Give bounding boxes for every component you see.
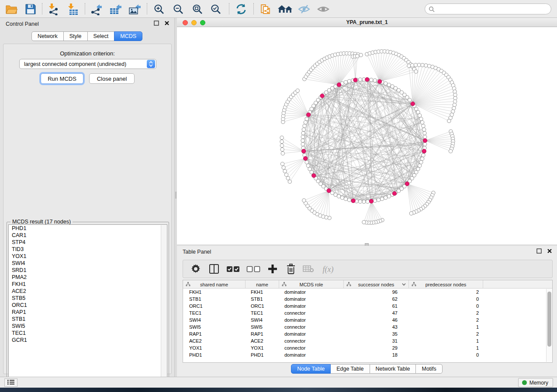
cell-predecessor-nodes[interactable]: 1	[409, 344, 483, 351]
cell-name[interactable]: SWI5	[246, 323, 279, 330]
list-item[interactable]: FKH1	[9, 281, 167, 288]
cell-mcds-role[interactable]: dominator	[279, 303, 344, 309]
tab-motifs[interactable]: Motifs	[415, 364, 442, 374]
deselect-all-button[interactable]	[245, 263, 262, 275]
delete-column-button[interactable]	[284, 263, 298, 275]
apply-layout-button[interactable]	[234, 3, 248, 16]
cell-shared-name[interactable]: TEC1	[183, 309, 246, 316]
cell-successor-nodes[interactable]: 29	[344, 344, 409, 351]
first-neighbors-button[interactable]	[277, 3, 294, 16]
table-row[interactable]: SWI5SWI5connector431	[183, 323, 552, 330]
create-column-button[interactable]	[266, 263, 279, 275]
hide-selected-button[interactable]	[297, 3, 311, 16]
cell-successor-nodes[interactable]: 47	[344, 309, 409, 316]
zoom-out-button[interactable]	[171, 3, 185, 16]
cell-name[interactable]: PHD1	[246, 351, 279, 358]
cell-successor-nodes[interactable]: 35	[344, 330, 409, 337]
import-table-button[interactable]	[66, 3, 80, 16]
tab-style[interactable]: Style	[63, 31, 88, 41]
list-item[interactable]: GCR1	[9, 337, 167, 344]
float-panel-icon[interactable]	[536, 248, 542, 254]
cell-name[interactable]: FKH1	[246, 289, 279, 296]
table-scrollbar[interactable]	[546, 289, 552, 362]
import-network-button[interactable]	[46, 3, 60, 16]
list-item[interactable]: PHD1	[9, 225, 167, 232]
cell-shared-name[interactable]: ACE2	[183, 337, 246, 344]
show-all-button[interactable]	[316, 3, 330, 16]
function-builder-button[interactable]: f(x)	[318, 263, 338, 275]
cell-mcds-role[interactable]: connector	[279, 323, 344, 330]
cell-name[interactable]: STB1	[246, 296, 279, 303]
cell-predecessor-nodes[interactable]: 2	[409, 309, 483, 316]
cell-successor-nodes[interactable]: 31	[344, 337, 409, 344]
cell-predecessor-nodes[interactable]: 0	[409, 296, 483, 303]
save-session-button[interactable]	[24, 3, 38, 16]
column-header-name[interactable]: name	[246, 280, 279, 289]
list-item[interactable]: YOX1	[9, 253, 167, 260]
table-row[interactable]: ACE2ACE2connector311	[183, 337, 552, 344]
cell-shared-name[interactable]: SWI5	[183, 323, 246, 330]
table-row[interactable]: SWI4SWI4dominator462	[183, 316, 552, 323]
cell-mcds-role[interactable]: dominator	[279, 351, 344, 358]
column-header-predecessor-nodes[interactable]: predecessor nodes	[409, 280, 483, 289]
cell-successor-nodes[interactable]: 18	[344, 351, 409, 358]
cell-name[interactable]: SWI4	[246, 316, 279, 323]
list-item[interactable]: ORC1	[9, 302, 167, 309]
show-task-history-button[interactable]	[4, 378, 17, 387]
cell-successor-nodes[interactable]: 46	[344, 316, 409, 323]
cell-mcds-role[interactable]: dominator	[279, 316, 344, 323]
duplicate-network-button[interactable]	[259, 3, 273, 16]
cell-shared-name[interactable]: YOX1	[183, 344, 246, 351]
table-row[interactable]: ORC1ORC1dominator610	[183, 303, 552, 309]
cell-predecessor-nodes[interactable]: 0	[409, 351, 483, 358]
open-file-button[interactable]	[4, 3, 18, 16]
cell-shared-name[interactable]: STB1	[183, 296, 246, 303]
cell-shared-name[interactable]: PHD1	[183, 351, 246, 358]
float-panel-icon[interactable]	[153, 21, 159, 27]
list-item[interactable]: PMA2	[9, 274, 167, 281]
cell-mcds-role[interactable]: dominator	[279, 330, 344, 337]
cell-successor-nodes[interactable]: 61	[344, 303, 409, 309]
cell-name[interactable]: ACE2	[246, 337, 279, 344]
cell-mcds-role[interactable]: dominator	[279, 296, 344, 303]
tab-select[interactable]: Select	[87, 31, 115, 41]
cell-name[interactable]: TEC1	[246, 309, 279, 316]
tab-node-table[interactable]: Node Table	[291, 364, 331, 374]
cell-predecessor-nodes[interactable]: 2	[409, 289, 483, 296]
cell-predecessor-nodes[interactable]: 1	[409, 323, 483, 330]
run-mcds-button[interactable]: Run MCDS	[41, 73, 83, 84]
list-item[interactable]: STB5	[9, 295, 167, 302]
cell-predecessor-nodes[interactable]: 2	[409, 330, 483, 337]
table-row[interactable]: YOX1YOX1connector291	[183, 344, 552, 351]
tab-network[interactable]: Network	[31, 31, 64, 41]
tab-network-table[interactable]: Network Table	[370, 364, 416, 374]
export-table-button[interactable]	[108, 3, 122, 16]
cell-shared-name[interactable]: SWI4	[183, 316, 246, 323]
table-row[interactable]: RAP1RAP1dominator352	[183, 330, 552, 337]
list-item[interactable]: TID3	[9, 246, 167, 253]
cell-name[interactable]: ORC1	[246, 303, 279, 309]
cell-predecessor-nodes[interactable]: 1	[409, 337, 483, 344]
cell-name[interactable]: YOX1	[246, 344, 279, 351]
list-item[interactable]: STB1	[9, 316, 167, 323]
table-row[interactable]: FKH1FKH1dominator962	[183, 289, 552, 296]
delete-table-button[interactable]	[302, 263, 315, 275]
search-input[interactable]	[437, 6, 551, 12]
cell-mcds-role[interactable]: connector	[279, 344, 344, 351]
table-settings-button[interactable]	[189, 263, 202, 275]
list-item[interactable]: SRD1	[9, 267, 167, 274]
zoom-fit-button[interactable]	[190, 3, 204, 16]
select-all-button[interactable]	[225, 263, 242, 275]
memory-status-button[interactable]: Memory	[518, 378, 553, 387]
cell-predecessor-nodes[interactable]: 2	[409, 316, 483, 323]
cell-successor-nodes[interactable]: 96	[344, 289, 409, 296]
tab-mcds[interactable]: MCDS	[114, 31, 142, 41]
list-item[interactable]: SWI5	[9, 323, 167, 330]
cell-mcds-role[interactable]: connector	[279, 337, 344, 344]
zoom-in-button[interactable]	[152, 3, 166, 16]
scrollbar-thumb[interactable]	[547, 292, 551, 347]
cell-mcds-role[interactable]: dominator	[279, 289, 344, 296]
list-item[interactable]: RAP1	[9, 309, 167, 316]
close-panel-icon[interactable]	[547, 248, 553, 254]
cell-successor-nodes[interactable]: 43	[344, 323, 409, 330]
